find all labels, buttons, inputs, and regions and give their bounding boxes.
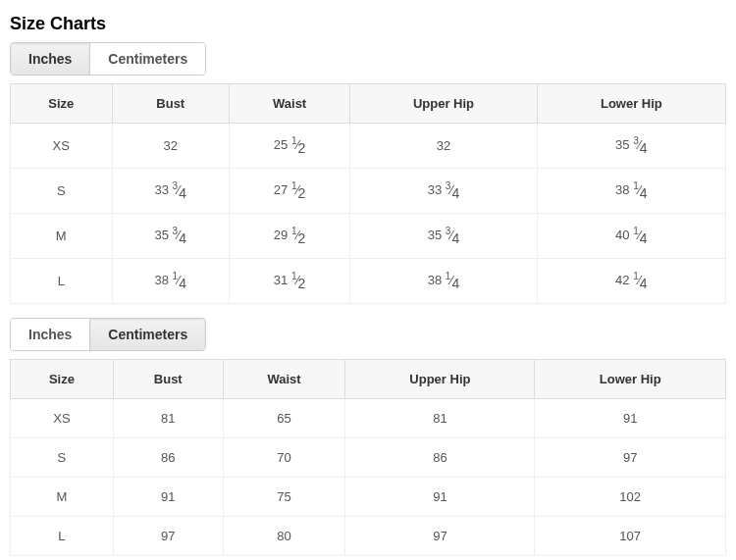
column-header: Size	[11, 84, 113, 124]
table-cell: L	[11, 258, 113, 303]
column-header: Lower Hip	[535, 359, 726, 398]
column-header: Waist	[223, 359, 345, 398]
table-cell: 35 3⁄4	[112, 213, 229, 258]
table-cell: 65	[223, 398, 345, 437]
column-header: Bust	[112, 84, 229, 124]
table-cell: S	[11, 437, 114, 477]
table-cell: 38 1⁄4	[350, 258, 537, 303]
unit-tabs-1: Inches Centimeters	[10, 42, 206, 76]
fraction-value: 38 1⁄4	[615, 182, 648, 197]
table-cell: 32	[112, 124, 229, 169]
table-cell: 35 3⁄4	[350, 213, 537, 258]
table-cell: 27 1⁄2	[229, 168, 349, 213]
size-table-centimeters: SizeBustWaistUpper HipLower Hip XS816581…	[10, 359, 726, 556]
table-cell: 86	[345, 437, 535, 477]
fraction-value: 38 1⁄4	[154, 273, 186, 287]
table-cell: 40 1⁄4	[537, 213, 725, 258]
table-cell: 75	[223, 477, 345, 516]
column-header: Upper Hip	[350, 84, 537, 124]
table-cell: XS	[11, 124, 113, 169]
tab-inches[interactable]: Inches	[11, 43, 89, 75]
tab-centimeters[interactable]: Centimeters	[89, 43, 205, 75]
table-cell: 25 1⁄2	[229, 124, 349, 169]
table-cell: 102	[535, 477, 726, 516]
table-cell: 91	[345, 477, 535, 516]
table-cell: M	[11, 213, 113, 258]
column-header: Lower Hip	[537, 84, 725, 124]
table-cell: 70	[223, 437, 345, 477]
table-cell: 97	[345, 516, 535, 555]
table-row: L38 1⁄431 1⁄238 1⁄442 1⁄4	[11, 258, 726, 303]
table-cell: 33 3⁄4	[112, 168, 229, 213]
table-cell: 86	[113, 437, 223, 477]
fraction-value: 35 3⁄4	[428, 228, 460, 242]
table-cell: 80	[223, 516, 345, 555]
column-header: Size	[11, 359, 114, 398]
table-cell: 38 1⁄4	[537, 168, 725, 213]
fraction-value: 33 3⁄4	[428, 182, 460, 197]
table-cell: 91	[535, 398, 726, 437]
table-cell: L	[11, 516, 114, 555]
fraction-value: 40 1⁄4	[615, 228, 648, 242]
table-header-row: SizeBustWaistUpper HipLower Hip	[11, 84, 726, 124]
table-row: L978097107	[11, 516, 726, 555]
table-cell: 81	[113, 398, 223, 437]
table-cell: 91	[113, 477, 223, 516]
fraction-value: 35 3⁄4	[154, 228, 186, 242]
table-cell: 32	[350, 124, 537, 169]
tab-centimeters[interactable]: Centimeters	[89, 319, 205, 350]
table-cell: 107	[535, 516, 726, 555]
table-row: M35 3⁄429 1⁄235 3⁄440 1⁄4	[11, 213, 726, 258]
table-cell: M	[11, 477, 114, 516]
fraction-value: 35 3⁄4	[615, 137, 648, 152]
table-cell: 29 1⁄2	[229, 213, 349, 258]
page-title: Size Charts	[10, 14, 726, 34]
fraction-value: 42 1⁄4	[615, 273, 648, 287]
table-cell: 97	[535, 437, 726, 477]
table-cell: 42 1⁄4	[537, 258, 725, 303]
table-row: XS3225 1⁄23235 3⁄4	[11, 124, 726, 169]
fraction-value: 38 1⁄4	[428, 273, 460, 287]
table-row: XS81658191	[11, 398, 726, 437]
column-header: Bust	[113, 359, 223, 398]
fraction-value: 25 1⁄2	[274, 137, 306, 152]
table-cell: S	[11, 168, 113, 213]
table-cell: 33 3⁄4	[350, 168, 537, 213]
table-cell: 35 3⁄4	[537, 124, 725, 169]
fraction-value: 27 1⁄2	[274, 182, 306, 197]
table-cell: 81	[345, 398, 535, 437]
table-cell: 31 1⁄2	[229, 258, 349, 303]
table-row: S86708697	[11, 437, 726, 477]
unit-tabs-2: Inches Centimeters	[10, 318, 206, 351]
table-row: M917591102	[11, 477, 726, 516]
column-header: Waist	[229, 84, 349, 124]
table-row: S33 3⁄427 1⁄233 3⁄438 1⁄4	[11, 168, 726, 213]
table-cell: XS	[11, 398, 114, 437]
table-header-row: SizeBustWaistUpper HipLower Hip	[11, 359, 726, 398]
tab-inches[interactable]: Inches	[11, 319, 89, 350]
size-table-inches: SizeBustWaistUpper HipLower Hip XS3225 1…	[10, 83, 726, 304]
table-cell: 97	[113, 516, 223, 555]
table-cell: 38 1⁄4	[112, 258, 229, 303]
fraction-value: 33 3⁄4	[154, 182, 186, 197]
column-header: Upper Hip	[345, 359, 535, 398]
fraction-value: 31 1⁄2	[274, 273, 306, 287]
fraction-value: 29 1⁄2	[274, 228, 306, 242]
